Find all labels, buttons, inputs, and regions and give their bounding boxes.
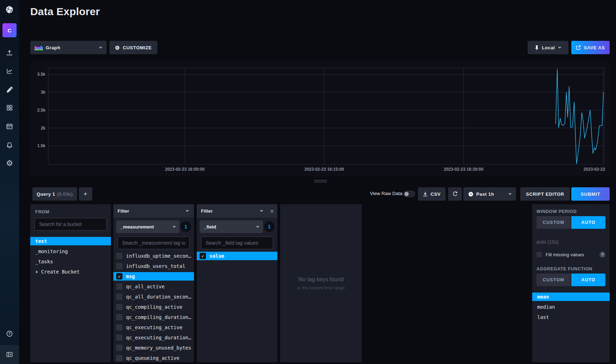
measurement-item[interactable]: qc_executing_active [113,323,194,332]
item-label: qc_executing_duration… [126,335,191,340]
aggregate-item[interactable]: median [532,303,610,311]
data-explorer-icon[interactable] [0,63,19,79]
field-list: ✓value [197,252,277,260]
measurement-item[interactable]: qc_all_duration_secon… [113,293,194,301]
window-auto-value: auto (10s) [536,239,605,245]
view-raw-data-toggle[interactable] [403,191,415,197]
checkbox-icon [116,355,122,361]
refresh-button[interactable] [448,187,462,201]
aggregate-custom-button[interactable]: CUSTOM [536,274,571,286]
influxdb-logo-icon[interactable] [0,0,19,19]
selected-count-badge: 1 [264,221,275,232]
add-query-button[interactable]: + [79,187,92,201]
checkbox-icon [116,253,122,259]
filter-type-dropdown[interactable]: Filter [113,204,194,218]
graph-type-dropdown[interactable]: Graph [30,41,107,54]
window-custom-button[interactable]: CUSTOM [536,216,571,229]
csv-download-button[interactable]: CSV [418,187,446,201]
query-tab[interactable]: Query 1 (0.03s) [32,187,77,201]
tasks-calendar-icon[interactable] [0,119,19,134]
svg-text:2k: 2k [41,126,46,131]
clock-icon [468,192,473,197]
aggregate-function-list: meanmedianlast [532,293,610,321]
measurement-search-input[interactable] [118,237,190,249]
item-label: last [537,314,549,320]
submit-button[interactable]: SUBMIT [571,187,610,201]
measurement-item[interactable]: qc_all_active [113,282,194,291]
page-title: Data Explorer [30,6,100,18]
item-label: mean [537,294,549,300]
local-dropdown[interactable]: Local [528,41,568,54]
svg-text:3.5k: 3.5k [37,72,46,77]
item-label: qc_executing_active [126,325,182,330]
measurement-item[interactable]: qc_memory_unused_bytes [113,344,194,352]
measurement-item[interactable]: qc_compiling_duration… [113,313,194,321]
from-header: FROM [30,204,111,218]
bucket-item[interactable]: _monitoring [30,247,111,256]
org-avatar[interactable]: C [2,23,17,37]
help-icon[interactable]: ? [0,326,19,341]
time-series-chart: 1.5k2k2.5k3k3.5k2023-02-23 16:00:002023-… [30,61,610,177]
measurement-item[interactable]: ✓msg [113,272,194,281]
tag-key-dropdown[interactable]: _measurement [116,220,180,233]
item-label: qc_compiling_active [126,304,182,310]
alerts-bell-icon[interactable] [0,137,19,153]
field-search-input[interactable] [201,237,273,249]
item-label: value [209,253,224,259]
item-label: _monitoring [35,249,68,254]
divider [30,234,111,234]
measurement-item[interactable]: qc_queueing_active [113,354,194,362]
bucket-search-input[interactable] [34,218,107,231]
item-label: influxdb_uptime_secon… [126,253,191,259]
measurement-item[interactable]: qc_compiling_active [113,303,194,311]
item-label: qc_all_duration_secon… [126,294,191,300]
aggregate-item[interactable]: mean [532,293,610,301]
close-icon[interactable]: × [270,208,274,214]
tag-key-dropdown[interactable]: _field [200,220,263,233]
query-toolbar: Query 1 (0.03s) + View Raw Data CSV Past… [0,187,616,201]
measurement-item[interactable]: influxdb_uptime_secon… [113,252,194,260]
settings-gear-icon[interactable]: ⚙ [0,156,19,171]
bucket-item[interactable]: + Create Bucket [30,268,111,276]
item-label: qc_compiling_duration… [126,314,191,320]
notebooks-pencil-icon[interactable] [0,82,19,98]
script-editor-button[interactable]: SCRIPT EDITOR [520,187,570,201]
bucket-item[interactable]: test [30,237,111,245]
chevron-down-icon [99,47,102,49]
query-options-panel: WINDOW PERIOD CUSTOM AUTO auto (10s) Fil… [532,204,610,362]
bucket-item[interactable]: _tasks [30,257,111,266]
aggregate-function-header: AGGREGATE FUNCTION [532,257,610,271]
measurement-item[interactable]: qc_executing_duration… [113,333,194,342]
graph-type-label: Graph [46,45,61,50]
measurement-item[interactable]: influxdb_users_total [113,262,194,270]
svg-text:2023-02-23 16:30:00: 2023-02-23 16:30:00 [444,167,484,172]
refresh-icon [452,191,458,197]
filter-key-row: _measurement 1 [116,220,191,233]
export-icon [576,45,581,50]
field-item[interactable]: ✓value [197,252,277,260]
gear-icon: ⚙ [115,45,120,50]
item-label: msg [126,274,135,279]
aggregate-item[interactable]: last [532,313,610,321]
time-range-dropdown[interactable]: Past 1h [463,187,516,201]
filter-type-dropdown[interactable]: Filter × [197,204,277,218]
controls-row: Graph ⚙ CUSTOMIZE Local SAVE AS [0,41,616,54]
checkbox-icon [116,345,122,351]
window-auto-button[interactable]: AUTO [571,216,605,229]
customize-button[interactable]: ⚙ CUSTOMIZE [109,41,157,54]
filter-key-row: _field 1 [200,220,275,233]
measurement-list: influxdb_uptime_secon…influxdb_users_tot… [113,252,194,362]
item-label: + Create Bucket [35,269,80,275]
help-tooltip-icon[interactable]: ? [599,252,605,258]
aggregate-segmented: CUSTOM AUTO [536,274,605,286]
resize-drag-handle[interactable] [314,180,327,183]
expand-sidebar-icon[interactable] [0,345,19,364]
dashboards-icon[interactable] [0,100,19,115]
checkbox-icon [116,334,122,341]
aggregate-auto-button[interactable]: AUTO [571,274,605,286]
item-label: median [537,304,555,310]
save-as-button[interactable]: SAVE AS [571,41,610,54]
checkbox-icon: ✓ [116,273,122,280]
fill-missing-checkbox[interactable] [536,252,542,257]
checkbox-icon [116,263,122,269]
